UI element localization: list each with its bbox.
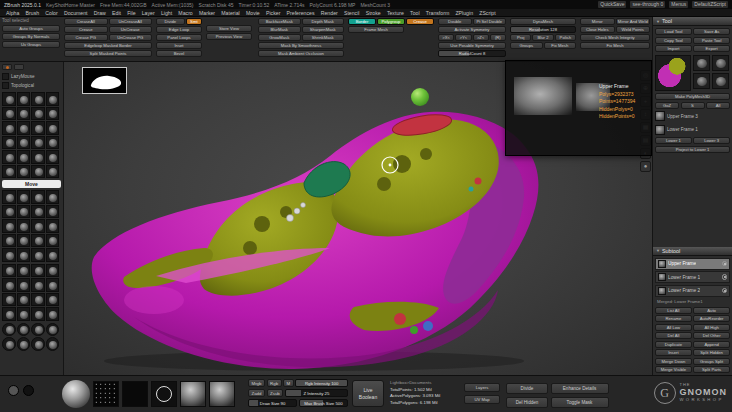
menu-item[interactable]: Light <box>158 10 175 16</box>
brush-thumbnail[interactable] <box>2 248 16 262</box>
stroke-thumbnail[interactable] <box>2 337 16 351</box>
brush-thumbnail[interactable] <box>46 107 60 121</box>
shelf-button[interactable]: Uv Groups <box>2 41 60 48</box>
shelf-button[interactable]: Edgeloop Masked Border <box>64 42 152 49</box>
goz-button[interactable]: All <box>706 102 730 109</box>
brush-thumbnail[interactable] <box>31 278 45 292</box>
subtool-button[interactable]: Del Other <box>693 332 730 339</box>
brush-thumbnail[interactable] <box>46 264 60 278</box>
brush-thumbnail[interactable] <box>2 165 16 179</box>
menu-item[interactable]: Movie <box>243 10 263 16</box>
recent-tool-thumbnail[interactable] <box>693 73 710 89</box>
frame-mesh-button[interactable]: Frame Mesh <box>348 26 404 33</box>
menu-item[interactable]: Material <box>218 10 243 16</box>
live-boolean-button[interactable]: Live Boolean <box>352 380 384 407</box>
color-mode-button[interactable]: M <box>283 379 294 387</box>
brush-thumbnail[interactable] <box>17 205 31 219</box>
selected-brush-button[interactable]: Move <box>2 180 61 188</box>
ptsel-double-button[interactable]: Pt Sel Double <box>473 18 507 25</box>
menu-item[interactable]: Texture <box>384 10 407 16</box>
menu-item[interactable]: Layer <box>139 10 158 16</box>
brush-thumbnail[interactable] <box>17 264 31 278</box>
brush-thumbnail[interactable] <box>31 264 45 278</box>
titlebar-button[interactable]: Menus <box>669 1 688 8</box>
stroke-thumbnail[interactable] <box>46 337 60 351</box>
shelf-button[interactable]: UnCrease <box>109 26 153 33</box>
brush-toggle-item[interactable]: Topological <box>2 81 61 90</box>
menu-item[interactable]: Preferences <box>283 10 317 16</box>
repair-button[interactable]: Weld Points <box>616 26 651 33</box>
action-button[interactable]: Del Hidden <box>506 397 548 408</box>
map-button[interactable]: Layers <box>464 383 500 392</box>
mask-button[interactable]: ShrinkMask <box>302 34 345 41</box>
tool-list-item[interactable]: Upper Frame 3 <box>655 110 730 122</box>
brush-thumbnail[interactable] <box>2 234 16 248</box>
shelf-button[interactable]: Groups By Normals <box>2 33 60 40</box>
menu-item[interactable]: ZScript <box>476 10 499 16</box>
brush-thumbnail[interactable] <box>46 219 60 233</box>
quick-pick-button[interactable] <box>14 64 24 70</box>
subtool-button[interactable]: Insert <box>655 349 692 356</box>
shelf-button[interactable]: Split Masked Points <box>64 50 152 57</box>
shelf-button[interactable]: Crease <box>64 26 108 33</box>
tool-file-button[interactable]: Import <box>655 45 692 52</box>
symmetry-axis-toggle[interactable]: >Y< <box>455 34 471 41</box>
menu-item[interactable]: Stroke <box>363 10 384 16</box>
shelf-button[interactable]: CreaseAll <box>64 18 108 25</box>
stroke-thumbnail[interactable] <box>2 323 16 337</box>
brush-thumbnail[interactable] <box>17 248 31 262</box>
brush-thumbnail[interactable] <box>17 136 31 150</box>
stroke-thumbnail[interactable] <box>17 337 31 351</box>
menu-item[interactable]: Alpha <box>3 10 22 16</box>
menu-item[interactable]: Transform <box>423 10 453 16</box>
goz-button[interactable]: GoZ <box>655 102 679 109</box>
brush-thumbnail[interactable] <box>46 278 60 292</box>
brush-thumbnail[interactable] <box>17 307 31 321</box>
menu-item[interactable]: Edit <box>109 10 124 16</box>
tool-list-item[interactable]: Lower Frame 1 <box>655 124 730 136</box>
menu-item[interactable]: Draw <box>91 10 109 16</box>
eye-icon[interactable] <box>722 274 728 280</box>
subtool-button[interactable]: Rename <box>655 315 692 322</box>
brush-thumbnail[interactable] <box>2 307 16 321</box>
mask-button[interactable]: BlurMask <box>258 26 301 33</box>
recent-tool-thumbnail[interactable] <box>712 55 729 71</box>
dynamesh-option[interactable]: Fix Mesh <box>544 42 577 49</box>
make-polymesh3d-button[interactable]: Make PolyMesh3D <box>655 93 730 100</box>
brush-thumbnail[interactable] <box>46 307 60 321</box>
menu-item[interactable]: Picker <box>263 10 284 16</box>
brush-thumbnail[interactable] <box>2 136 16 150</box>
brush-thumbnail[interactable] <box>2 264 16 278</box>
dynamesh-option[interactable]: Groups <box>510 42 543 49</box>
action-button[interactable]: Enhance Details <box>551 383 609 394</box>
brush-thumbnail[interactable] <box>17 190 31 204</box>
brush-thumbnail[interactable] <box>17 92 31 106</box>
stroke-thumbnail[interactable] <box>17 323 31 337</box>
tool-file-button[interactable]: Export <box>693 45 730 52</box>
brush-thumbnail[interactable] <box>2 121 16 135</box>
brush-thumbnail[interactable] <box>31 219 45 233</box>
brush-thumbnail[interactable] <box>2 219 16 233</box>
brush-thumbnail[interactable] <box>2 190 16 204</box>
subtool-button[interactable]: Del All <box>655 332 692 339</box>
recent-tool-thumbnail[interactable] <box>693 55 710 71</box>
subtool-button[interactable]: AutoReorder <box>693 315 730 322</box>
brush-thumbnail[interactable] <box>17 165 31 179</box>
sculpt-mode-button[interactable]: Zsub <box>267 389 284 397</box>
radial-count-slider[interactable]: RadialCount 8 <box>438 50 506 57</box>
repair-button[interactable]: Mirror And Weld <box>616 18 651 25</box>
custom-button[interactable]: Lower 3 <box>693 137 730 144</box>
brush-thumbnail[interactable] <box>17 219 31 233</box>
rgb-intensity-slider[interactable]: Rgb Intensity 100 <box>295 379 348 387</box>
brush-thumbnail[interactable] <box>46 190 60 204</box>
color-swatch-secondary[interactable] <box>23 385 34 396</box>
view-button[interactable]: Previous View <box>206 33 252 40</box>
stroke-thumbnail[interactable] <box>31 337 45 351</box>
brush-thumbnail[interactable] <box>46 92 60 106</box>
max-brush-size-slider[interactable]: Max Brush Size 500 <box>299 399 348 407</box>
subtool-button[interactable]: List All <box>655 307 692 314</box>
menu-item[interactable]: Brush <box>22 10 42 16</box>
titlebar-button[interactable]: see-through 0 <box>630 1 665 8</box>
menu-item[interactable]: Tool <box>407 10 423 16</box>
view-button[interactable]: Store View <box>206 25 252 32</box>
